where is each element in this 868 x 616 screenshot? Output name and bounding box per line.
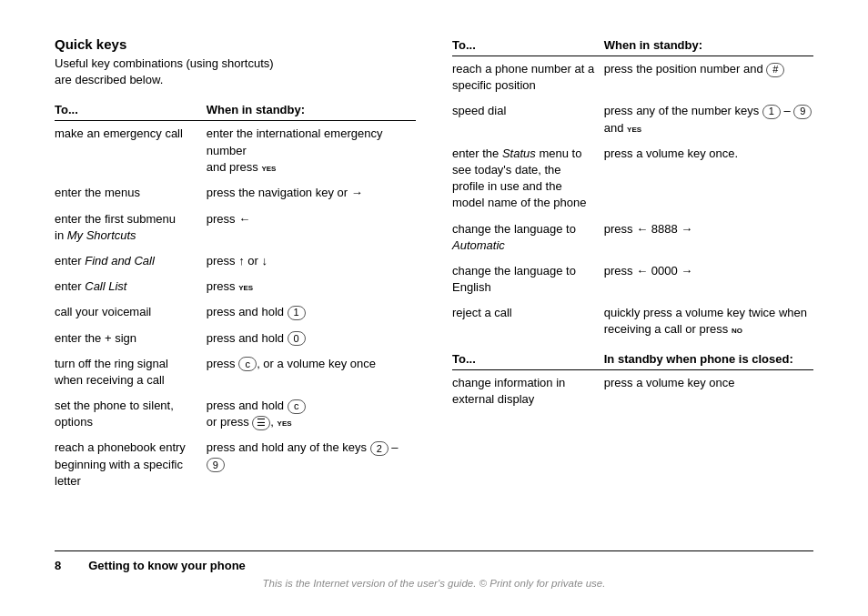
table-cell-left: call your voicemail	[55, 304, 207, 320]
right-column: To... When in standby: reach a phone num…	[452, 36, 813, 550]
page: Quick keys Useful key combinations (usin…	[0, 0, 868, 616]
table-cell-left: turn off the ring signal when receiving …	[55, 356, 207, 389]
table-cell-left: reject a call	[452, 305, 604, 338]
footer-page-number: 8	[55, 559, 61, 572]
table-row: turn off the ring signal when receiving …	[55, 351, 416, 393]
left-column: Quick keys Useful key combinations (usin…	[55, 36, 416, 550]
table-row: call your voicemail press and hold 1	[55, 299, 416, 325]
table-cell-right: press ← 8888 →	[604, 221, 813, 254]
footer-bar: 8 Getting to know your phone	[55, 550, 813, 572]
table-cell-left: reach a phone number at a specific posit…	[452, 61, 604, 94]
table-row: reach a phonebook entry beginning with a…	[55, 435, 416, 494]
table-cell-left: change the language to English	[452, 263, 604, 296]
table-row: enter Find and Call press ↑ or ↓	[55, 248, 416, 274]
table-cell-right: press and hold any of the keys 2 – 9	[207, 439, 416, 490]
left-table-header: To... When in standby:	[55, 103, 416, 121]
right-table-header: To... When in standby:	[452, 38, 813, 56]
table-cell-left: enter the + sign	[55, 330, 207, 347]
table-cell-right: quickly press a volume key twice when re…	[604, 305, 813, 338]
table-cell-left: reach a phonebook entry beginning with a…	[55, 439, 207, 490]
right-header2-when: In standby when phone is closed:	[604, 352, 813, 366]
table-cell-left: enter Call List	[55, 278, 207, 295]
table-cell-right: press ↑ or ↓	[207, 253, 416, 269]
right-header-when: When in standby:	[604, 38, 813, 52]
footer-note: This is the Internet version of the user…	[55, 578, 813, 589]
main-content: Quick keys Useful key combinations (usin…	[55, 36, 813, 550]
table-row: reach a phone number at a specific posit…	[452, 56, 813, 98]
right-table2-header: To... In standby when phone is closed:	[452, 352, 813, 370]
table-cell-right: press the navigation key or →	[207, 185, 416, 202]
table-row: enter Call List press yes	[55, 274, 416, 299]
table-row: enter the Status menu to see today's dat…	[452, 141, 813, 217]
right-header2-to: To...	[452, 352, 604, 366]
table-cell-right: press and hold 1	[207, 304, 416, 320]
table-cell-right: press and hold cor press ☰, yes	[207, 398, 416, 430]
table-cell-right: press yes	[207, 278, 416, 295]
left-header-when: When in standby:	[207, 103, 416, 116]
table-cell-right: press ←	[207, 211, 416, 244]
table-cell-right: press and hold 0	[207, 330, 416, 347]
table-row: set the phone to silent, options press a…	[55, 393, 416, 435]
table-cell-right: press ← 0000 →	[604, 263, 813, 296]
table-cell-right: press any of the number keys 1 – 9and ye…	[604, 103, 813, 136]
table-cell-left: change information in external display	[452, 375, 604, 408]
table-cell-right: press a volume key once	[604, 375, 813, 408]
table-cell-right: enter the international emergency number…	[207, 126, 416, 176]
table-cell-left: enter Find and Call	[55, 253, 207, 269]
table-row: speed dial press any of the number keys …	[452, 98, 813, 140]
page-title: Quick keys	[55, 36, 416, 52]
table-cell-right: press the position number and #	[604, 61, 813, 94]
table-row: enter the menus press the navigation key…	[55, 180, 416, 207]
table-row: enter the first submenuin My Shortcuts p…	[55, 207, 416, 248]
table-row: enter the + sign press and hold 0	[55, 326, 416, 351]
table-cell-left: enter the Status menu to see today's dat…	[452, 146, 604, 212]
page-subtitle: Useful key combinations (using shortcuts…	[55, 56, 416, 88]
left-header-to: To...	[55, 103, 207, 116]
table-cell-left: enter the first submenuin My Shortcuts	[55, 211, 207, 244]
table-cell-left: make an emergency call	[55, 126, 207, 176]
table-cell-right: press a volume key once.	[604, 146, 813, 212]
table-row: change information in external display p…	[452, 370, 813, 412]
table-row: make an emergency call enter the interna…	[55, 121, 416, 180]
table-cell-left: enter the menus	[55, 185, 207, 202]
table-row: change the language to Automatic press ←…	[452, 217, 813, 258]
table-row: reject a call quickly press a volume key…	[452, 300, 813, 342]
table-row: change the language to English press ← 0…	[452, 258, 813, 300]
table-cell-left: speed dial	[452, 103, 604, 136]
right-header-to: To...	[452, 38, 604, 52]
table-cell-right: press c, or a volume key once	[207, 356, 416, 389]
footer-section-title: Getting to know your phone	[88, 559, 246, 572]
table-cell-left: set the phone to silent, options	[55, 398, 207, 430]
table-cell-left: change the language to Automatic	[452, 221, 604, 254]
